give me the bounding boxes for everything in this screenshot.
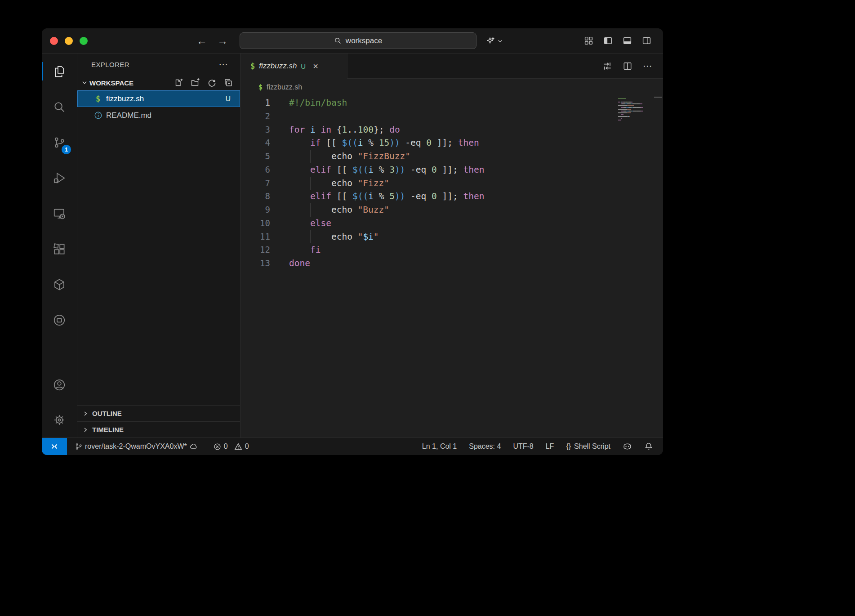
toggle-secondary-sidebar-button[interactable] xyxy=(642,36,651,45)
activity-search[interactable] xyxy=(42,89,77,125)
encoding-status[interactable]: UTF-8 xyxy=(513,442,533,451)
line-number[interactable]: 1 xyxy=(240,96,270,110)
settings-button[interactable] xyxy=(42,402,77,437)
timeline-section-header[interactable]: TIMELINE xyxy=(77,421,240,437)
line-number[interactable]: 9 xyxy=(240,203,270,217)
accounts-button[interactable] xyxy=(42,367,77,402)
code-line-2[interactable]: 2 xyxy=(240,110,663,123)
code-line-5[interactable]: 5 echo "FizzBuzz" xyxy=(240,150,663,163)
search-icon xyxy=(53,100,66,114)
vscode-window: ← → workspace xyxy=(42,28,663,455)
file-name: README.md xyxy=(106,111,151,120)
language-mode-status[interactable]: {} Shell Script xyxy=(566,442,610,451)
remote-icon xyxy=(50,442,58,451)
warning-count: 0 xyxy=(245,442,249,451)
extensions-icon xyxy=(53,242,66,256)
error-count: 0 xyxy=(224,442,228,451)
go-forward-button[interactable]: → xyxy=(217,35,228,47)
customize-layout-button[interactable] xyxy=(584,36,593,45)
new-folder-button[interactable] xyxy=(191,78,200,87)
toggle-panel-button[interactable] xyxy=(623,36,632,45)
file-row-fizzbuzz[interactable]: $ fizzbuzz.sh U xyxy=(77,90,240,107)
code-editor[interactable]: 1#!/bin/bash23for i in {1..100}; do4 if … xyxy=(240,96,663,437)
bell-icon xyxy=(644,442,653,451)
code-line-11[interactable]: 11 echo "$i" xyxy=(240,230,663,244)
cube-icon xyxy=(53,278,66,291)
collapse-folders-button[interactable] xyxy=(224,78,233,87)
overview-ruler-cursor-mark xyxy=(654,97,662,98)
minimap[interactable] xyxy=(618,98,652,121)
problems-status[interactable]: 0 0 xyxy=(214,442,249,451)
new-file-button[interactable] xyxy=(174,78,183,87)
close-tab-button[interactable]: × xyxy=(313,62,318,71)
code-line-1[interactable]: 1#!/bin/bash xyxy=(240,96,663,110)
code-line-12[interactable]: 12 fi xyxy=(240,243,663,257)
line-number[interactable]: 2 xyxy=(240,110,270,123)
code-line-13[interactable]: 13done xyxy=(240,257,663,270)
activity-extensions[interactable] xyxy=(42,231,77,267)
code-line-3[interactable]: 3for i in {1..100}; do xyxy=(240,123,663,137)
breadcrumb[interactable]: $ fizzbuzz.sh xyxy=(240,79,663,96)
shellscript-file-icon: $ xyxy=(258,83,263,91)
open-changes-button[interactable] xyxy=(602,61,612,71)
copilot-status-button[interactable] xyxy=(623,442,632,451)
code-text: elif [[ $((i % 5)) -eq 0 ]]; then xyxy=(289,191,484,201)
notifications-bell-button[interactable] xyxy=(644,442,653,451)
toggle-primary-sidebar-button[interactable] xyxy=(603,36,613,45)
shellscript-file-icon: $ xyxy=(93,94,103,103)
breadcrumb-file[interactable]: fizzbuzz.sh xyxy=(267,83,302,91)
layout-controls xyxy=(584,28,651,53)
line-number[interactable]: 4 xyxy=(240,136,270,150)
code-line-10[interactable]: 10 else xyxy=(240,217,663,230)
workbench: 1 xyxy=(42,54,663,437)
more-actions-button[interactable]: ⋯ xyxy=(643,61,652,71)
line-number[interactable]: 13 xyxy=(240,257,270,270)
branch-icon xyxy=(75,442,83,451)
indentation-status[interactable]: Spaces: 4 xyxy=(469,442,501,451)
git-branch-status[interactable]: rover/task-2-QwamOvYXA0xW* xyxy=(75,442,198,451)
go-back-button[interactable]: ← xyxy=(196,35,207,47)
file-row-readme[interactable]: README.md xyxy=(77,107,240,124)
activity-lens-extension[interactable] xyxy=(42,302,77,338)
files-icon xyxy=(53,65,66,78)
git-untracked-badge: U xyxy=(301,62,306,70)
line-number[interactable]: 8 xyxy=(240,190,270,203)
split-editor-button[interactable] xyxy=(623,61,632,71)
eol-status[interactable]: LF xyxy=(546,442,554,451)
line-number[interactable]: 7 xyxy=(240,177,270,190)
activity-explorer[interactable] xyxy=(42,54,77,89)
line-number[interactable]: 12 xyxy=(240,243,270,257)
workspace-section-header[interactable]: WORKSPACE xyxy=(77,75,240,90)
sidebar-title-row: EXPLORER ⋯ xyxy=(77,54,240,75)
refresh-explorer-button[interactable] xyxy=(207,78,216,87)
code-text: done xyxy=(289,258,310,268)
activity-source-control[interactable]: 1 xyxy=(42,125,77,160)
workspace-section-label: WORKSPACE xyxy=(89,79,134,87)
code-lines: 1#!/bin/bash23for i in {1..100}; do4 if … xyxy=(240,96,663,270)
line-number[interactable]: 10 xyxy=(240,217,270,230)
line-number[interactable]: 11 xyxy=(240,230,270,244)
minimize-window-button[interactable] xyxy=(65,37,73,45)
code-line-6[interactable]: 6 elif [[ $((i % 3)) -eq 0 ]]; then xyxy=(240,163,663,177)
command-center-search[interactable]: workspace xyxy=(240,32,476,49)
zoom-window-button[interactable] xyxy=(80,37,88,45)
cursor-position-status[interactable]: Ln 1, Col 1 xyxy=(422,442,457,451)
close-window-button[interactable] xyxy=(50,37,58,45)
line-number[interactable]: 3 xyxy=(240,123,270,137)
code-line-9[interactable]: 9 echo "Buzz" xyxy=(240,203,663,217)
editor-actions: ⋯ xyxy=(602,54,663,78)
tab-fizzbuzz[interactable]: $ fizzbuzz.sh U × xyxy=(240,54,347,79)
chevron-down-icon xyxy=(81,79,88,86)
remote-indicator-button[interactable] xyxy=(42,438,67,455)
copilot-menu-button[interactable] xyxy=(485,33,503,49)
line-number[interactable]: 6 xyxy=(240,163,270,177)
activity-run-debug[interactable] xyxy=(42,160,77,196)
tab-bar: $ fizzbuzz.sh U × xyxy=(240,54,663,79)
activity-remote-explorer[interactable] xyxy=(42,196,77,231)
activity-cube-extension[interactable] xyxy=(42,267,77,302)
code-line-4[interactable]: 4 if [[ $((i % 15)) -eq 0 ]]; then xyxy=(240,136,663,150)
code-line-7[interactable]: 7 echo "Fizz" xyxy=(240,177,663,190)
outline-section-header[interactable]: OUTLINE xyxy=(77,405,240,421)
code-line-8[interactable]: 8 elif [[ $((i % 5)) -eq 0 ]]; then xyxy=(240,190,663,203)
line-number[interactable]: 5 xyxy=(240,150,270,163)
